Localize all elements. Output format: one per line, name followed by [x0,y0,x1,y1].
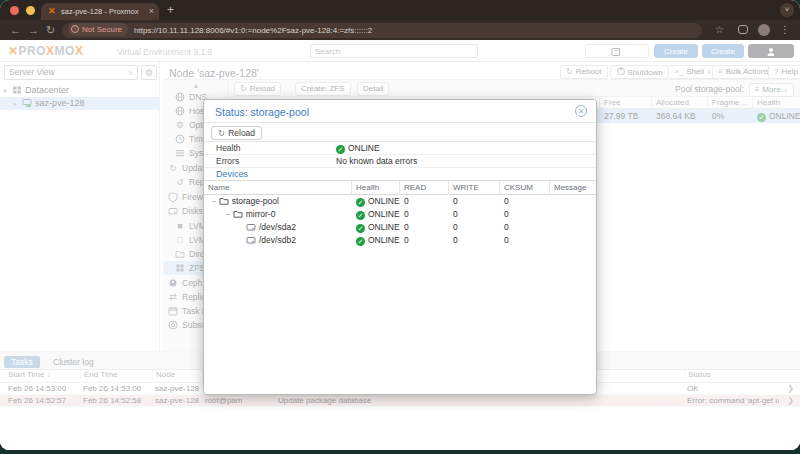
column-header-message[interactable]: Message [550,181,596,195]
browser-profile-avatar[interactable] [758,24,770,36]
not-secure-badge[interactable]: !Not Secure [68,23,128,36]
new-tab-button[interactable]: + [167,2,174,19]
device-row-sda2[interactable]: /dev/sda2 ✓ONLINE 0 0 0 [204,221,596,234]
version-tagline: Virtual Environment 9.1.6 [117,47,212,57]
column-header-end-time[interactable]: End Time [80,370,148,379]
device-row-mirror[interactable]: −mirror-0 ✓ONLINE 0 0 0 [204,208,596,221]
collapse-icon[interactable]: − [226,210,231,219]
column-header-health[interactable]: Health [753,97,800,109]
disk-icon [246,222,256,232]
scroll-up-icon[interactable]: ▲ [163,82,229,89]
proxmox-logo: ✕PROXMOX [8,44,83,58]
bookmark-star-icon[interactable]: ☆ [715,22,724,38]
user-icon [766,47,774,56]
view-selector[interactable]: Server View∨ [4,65,138,80]
check-icon: ✓ [757,113,766,122]
terminal-icon: >_ [674,67,683,76]
proxmox-logo-icon: ✕ [8,44,19,58]
disk-icon [168,206,178,216]
question-icon: ? [774,67,778,76]
dialog-title-bar[interactable]: Status: storage-pool ✕ [204,100,596,123]
collapse-icon[interactable]: − [212,197,217,206]
caret-down-icon[interactable]: ▾ [0,84,10,97]
column-header-node[interactable]: Node [152,370,198,379]
node-online-icon [22,98,32,108]
column-header-status[interactable]: Status [684,370,776,379]
reload-page-icon[interactable]: ↻ [46,22,55,38]
device-row-pool[interactable]: −storage-pool ✓ONLINE 0 0 0 [204,195,596,208]
dialog-reload-button[interactable]: ↻Reload [211,126,262,140]
tab-tasks[interactable]: Tasks [4,356,40,368]
sort-desc-icon: ↓ [47,370,51,379]
menu-icon: ≡ [755,85,760,94]
column-header-start-time[interactable]: Start Time ↓ [5,370,77,379]
create-zfs-button[interactable]: Create: ZFS [295,82,351,96]
task-row-error[interactable]: Feb 26 14:52:57 Feb 26 14:52:58 saz-pve-… [0,395,800,407]
disk-icon [246,235,256,245]
row-chevron-icon[interactable]: ❯ [787,383,794,395]
check-icon: ✓ [336,145,345,154]
user-menu-button[interactable]: root@pam ∨ [748,44,794,58]
browser-window: ✕ saz-pve-128 - Proxmox Virtu × + ˅ ← → … [0,0,800,450]
check-icon: ✓ [356,198,365,207]
zfs-status-dialog: Status: storage-pool ✕ ↻Reload Health ✓O… [203,99,597,395]
window-minimize-button[interactable] [26,6,35,15]
gear-icon: ⚙ [145,68,153,78]
url-text: https://10.11.11.128:8006/#v1:0:=node%2F… [134,26,372,35]
dialog-title: Status: storage-pool [215,106,309,118]
devices-section-header: Devices [204,167,596,181]
power-icon [616,66,625,75]
window-close-button[interactable] [10,6,19,15]
forward-icon[interactable]: → [28,22,39,38]
chevron-down-icon: ∨ [707,69,711,75]
device-row-sdb2[interactable]: /dev/sdb2 ✓ONLINE 0 0 0 [204,234,596,247]
column-header-allocated[interactable]: Allocated [652,97,708,109]
tree-settings-button[interactable]: ⚙ [141,65,157,80]
tab-title: saz-pve-128 - Proxmox Virtu [61,3,139,20]
row-chevron-icon[interactable]: ❯ [787,395,794,407]
column-header-health[interactable]: Health [352,181,400,195]
reboot-button[interactable]: ↻Reboot [560,65,608,79]
back-icon[interactable]: ← [10,22,21,38]
column-header-name[interactable]: Name [204,181,352,195]
tab-cluster-log[interactable]: Cluster log [46,356,101,368]
tab-close-icon[interactable]: × [149,3,154,20]
browser-tab[interactable]: ✕ saz-pve-128 - Proxmox Virtu × [41,3,159,20]
create-vm-button[interactable]: Create VM [654,44,698,58]
gear-icon: ⚙ [175,118,185,132]
detail-button[interactable]: Detail [357,82,389,96]
node-panel-header: Node 'saz-pve-128' ↻Reboot Shutdown >_Sh… [163,62,800,80]
square-outline-icon: □ [175,233,185,247]
side-panel-icon[interactable] [738,25,748,34]
pool-health: ✓ONLINE [753,109,800,123]
column-header-write[interactable]: WRITE [449,181,500,195]
zfs-reload-button[interactable]: ↻Reload [234,82,281,96]
column-header-read[interactable]: READ [400,181,449,195]
url-bar[interactable]: !Not Securehttps://10.11.11.128:8006/#v1… [62,23,702,38]
caret-right-icon[interactable]: ▸ [10,97,20,110]
tree-item-datacenter[interactable]: ▾Datacenter [0,84,160,97]
more-button[interactable]: ≡More∨ [749,83,794,97]
folder-icon [219,196,229,206]
check-icon: ✓ [356,224,365,233]
tab-search-button[interactable]: ˅ [780,3,794,17]
column-header-fragmentation[interactable]: Fragmentation [708,97,753,109]
tree-item-node[interactable]: ▸saz-pve-128 [0,97,160,110]
shell-button[interactable]: >_Shell∨ [668,65,717,79]
column-header-cksum[interactable]: CKSUM [500,181,550,195]
browser-menu-icon[interactable]: ⋮ [780,22,790,38]
create-ct-button[interactable]: Create CT [702,44,744,58]
calendar-icon [168,306,178,316]
check-icon: ✓ [356,211,365,220]
help-button[interactable]: ?Help [768,65,800,79]
chevron-down-icon: ∨ [128,66,133,79]
documentation-button[interactable]: Documentation [585,44,649,58]
devices-table-header: Name Health READ WRITE CKSUM Message [204,181,596,195]
globe-icon [175,106,185,116]
reboot-icon: ↻ [566,67,573,76]
close-icon[interactable]: ✕ [575,105,587,117]
shutdown-button[interactable]: Shutdown [610,65,669,79]
repo-icon: ↺ [175,175,185,189]
search-input[interactable] [310,44,478,58]
column-header-free[interactable]: Free [600,97,652,109]
